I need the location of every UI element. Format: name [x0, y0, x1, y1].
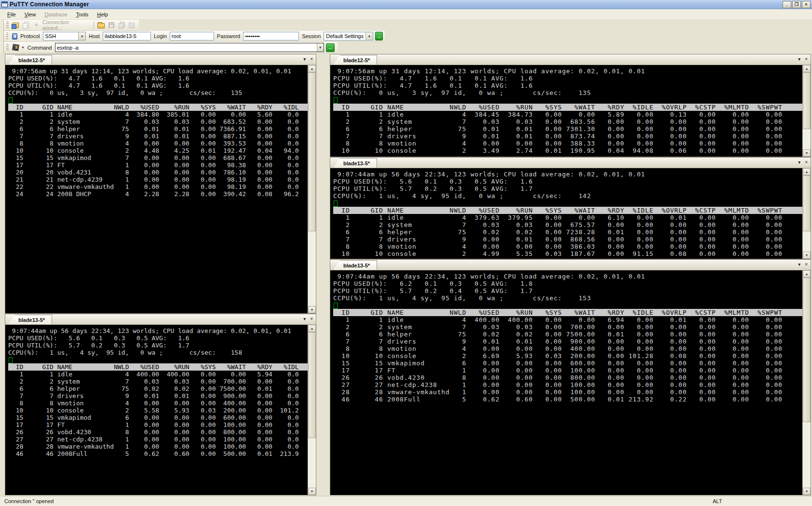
scrollbar-thumb[interactable]	[803, 278, 811, 422]
terminal-info-line: PCPU USED(%): 4.7 1.6 0.1 0.1 AVG: 1.6	[333, 75, 802, 82]
pane-close-icon[interactable]: ×	[310, 56, 313, 62]
esxtop-table-row: 24 24 2008 DHCP 4 2.28 2.28 0.00 390.42 …	[8, 190, 308, 198]
connect-button[interactable]: →	[375, 32, 383, 40]
scrollbar-thumb[interactable]	[308, 332, 316, 438]
terminal-cursor-line	[333, 200, 802, 207]
esxtop-table-header: ID GID NAME NWLD %USED %RUN %SYS %WAIT %…	[8, 104, 308, 111]
connection-toolbar: Protocol SSH ▼ Host Login Password Sessi…	[4, 31, 385, 42]
scroll-down-icon[interactable]: ▼	[308, 488, 316, 495]
scrollbar[interactable]: ▲ ▼	[802, 270, 811, 495]
scroll-up-icon[interactable]: ▲	[803, 65, 811, 72]
esxtop-table-row: 15 15 vmkapimod 7 0.00 0.00 0.00 688.67 …	[8, 154, 308, 161]
password-input[interactable]	[243, 32, 299, 40]
pane-close-icon[interactable]: ×	[805, 56, 808, 62]
chevron-down-icon[interactable]: ▼	[21, 46, 25, 49]
session-label: Session	[301, 33, 322, 39]
pane-close-icon[interactable]: ×	[310, 316, 313, 322]
command-toolbar: ▼ Command ▼ →	[4, 42, 338, 53]
scrollbar-thumb[interactable]	[308, 72, 316, 231]
command-input[interactable]	[55, 43, 317, 52]
terminal-info-line: PCPU UTIL(%): 5.7 0.2 0.4 0.5 AVG: 1.7	[333, 287, 802, 294]
session-select[interactable]: Default Settings ▼	[324, 32, 373, 40]
host-label: Host	[88, 33, 101, 39]
esxtop-table-row: 7 7 drivers 9 0.01 0.01 0.00 900.00 0.00…	[8, 392, 308, 399]
terminal-info-line: 9:07:56am up 31 days 12:14, 123 worlds; …	[8, 67, 308, 75]
menu-tools[interactable]: Tools	[72, 10, 93, 19]
scrollbar[interactable]: ▲ ▼	[308, 65, 316, 313]
protocol-label: Protocol	[19, 33, 41, 39]
new-connection-button[interactable]	[11, 20, 21, 30]
scrollbar[interactable]: ▲ ▼	[802, 65, 811, 157]
pane-menu-icon[interactable]: ▾	[303, 56, 306, 62]
scroll-up-icon[interactable]: ▲	[803, 270, 811, 278]
terminal-screen[interactable]: 9:07:44am up 56 days 22:34, 123 worlds; …	[331, 270, 802, 495]
terminal-info-line: PCPU UTIL(%): 4.7 1.6 0.1 0.1 AVG: 1.6	[333, 82, 802, 89]
terminal-pane-top-left: blade12-5* ▾ × 9:07:56am up 31 days 12:1…	[5, 54, 316, 314]
pane-menu-icon[interactable]: ▾	[798, 56, 800, 62]
chevron-down-icon[interactable]: ▼	[365, 32, 373, 40]
terminal-info-line: PCPU UTIL(%): 5.7 0.2 0.3 0.5 AVG: 1.7	[8, 342, 308, 349]
esxtop-table-row: 1 1 idle 4 400.00 400.00 0.00 0.00 5.94 …	[8, 371, 308, 378]
wand-icon: ✳	[34, 22, 39, 28]
scrollbar-thumb[interactable]	[803, 175, 811, 231]
scroll-up-icon[interactable]: ▲	[803, 168, 811, 175]
close-button[interactable]: ×	[802, 1, 811, 8]
send-command-button[interactable]: →	[326, 43, 335, 52]
scroll-down-icon[interactable]: ▼	[803, 149, 811, 157]
import-button	[127, 20, 137, 30]
esxtop-table-row: 15 15 vmkapimod 6 0.00 0.00 0.00 600.00 …	[333, 360, 802, 367]
menu-view[interactable]: View	[20, 10, 41, 19]
terminal-screen[interactable]: 9:07:44am up 56 days 22:34, 123 worlds; …	[331, 168, 802, 259]
menu-file[interactable]: File	[3, 10, 20, 19]
scrollbar[interactable]: ▲ ▼	[802, 168, 811, 259]
protocol-select[interactable]: SSH ▼	[43, 32, 86, 40]
toolbar-grip[interactable]	[6, 44, 9, 52]
session-tab[interactable]: blade13-5*	[333, 260, 377, 270]
terminal-screen[interactable]: 9:07:44am up 56 days 22:34, 123 worlds; …	[6, 325, 308, 495]
scroll-up-icon[interactable]: ▲	[308, 325, 316, 332]
esxtop-table-row: 17 17 FT 1 0.00 0.00 0.00 100.00 0.00 0.…	[8, 421, 308, 428]
scroll-down-icon[interactable]: ▼	[308, 306, 316, 313]
chevron-down-icon[interactable]: ▼	[78, 32, 85, 40]
pane-menu-icon[interactable]: ▾	[798, 262, 800, 267]
esxtop-table-row: 8 8 vmotion 4 0.00 0.00 0.00 400.00 0.00…	[8, 399, 308, 407]
pane-menu-icon[interactable]: ▾	[303, 316, 306, 322]
esxtop-table-row: 10 10 console 2 4.48 4.25 0.01 192.47 0.…	[8, 147, 308, 154]
command-input-wrap: ▼	[55, 43, 324, 52]
toolbar-grip[interactable]	[6, 32, 8, 40]
status-alt-indicator: ALT	[713, 498, 722, 504]
menu-help[interactable]: Help	[93, 10, 112, 19]
esxtop-table-row: 2 2 system 7 0.03 0.03 0.00 683.56 0.00 …	[333, 118, 802, 125]
pane-close-icon[interactable]: ×	[805, 262, 808, 267]
host-input[interactable]	[103, 32, 151, 40]
open-database-button[interactable]	[96, 20, 106, 30]
pane-menu-icon[interactable]: ▾	[798, 160, 800, 165]
save-all-button	[116, 20, 126, 30]
command-history-dropdown[interactable]: ▼	[317, 43, 324, 52]
save-icon	[108, 22, 114, 28]
session-tab[interactable]: blade12-5*	[333, 55, 377, 65]
scrollbar-thumb[interactable]	[803, 72, 811, 129]
esxtop-table-row: 2 2 system 7 0.03 0.03 0.00 675.57 0.00 …	[333, 221, 802, 228]
esxtop-table-row: 1 1 idle 4 384.80 385.01 0.00 0.00 5.60 …	[8, 111, 308, 118]
duplicate-connection-button	[21, 20, 31, 30]
scroll-down-icon[interactable]: ▼	[803, 488, 811, 495]
pane-close-icon[interactable]: ×	[805, 160, 808, 165]
scrollbar[interactable]: ▲ ▼	[308, 325, 316, 495]
scroll-down-icon[interactable]: ▼	[803, 252, 811, 259]
minimize-button[interactable]: _	[783, 1, 791, 8]
esxtop-table-row: 1 1 idle 4 400.00 400.00 0.00 0.00 6.94 …	[333, 316, 802, 323]
session-tab[interactable]: blade13-5*	[8, 315, 52, 324]
toolbar-grip[interactable]	[6, 21, 9, 29]
restore-button[interactable]: ❐	[792, 1, 801, 8]
command-script-icon[interactable]	[12, 44, 19, 51]
terminal-screen[interactable]: 9:07:56am up 31 days 12:14, 123 worlds; …	[331, 65, 802, 157]
terminal-screen[interactable]: 9:07:56am up 31 days 12:14, 123 worlds; …	[6, 65, 308, 313]
esxtop-table-row: 1 1 idle 4 384.45 384.73 0.00 0.00 5.89 …	[333, 111, 802, 118]
login-input[interactable]	[170, 32, 214, 40]
session-tab[interactable]: blade12-5*	[8, 55, 52, 65]
terminal-info-line: PCPU USED(%): 5.6 0.1 0.3 0.5 AVG: 1.6	[8, 334, 308, 342]
command-label: Command	[27, 45, 53, 51]
scroll-up-icon[interactable]: ▲	[308, 65, 316, 72]
session-tab[interactable]: blade13-5*	[333, 158, 377, 168]
